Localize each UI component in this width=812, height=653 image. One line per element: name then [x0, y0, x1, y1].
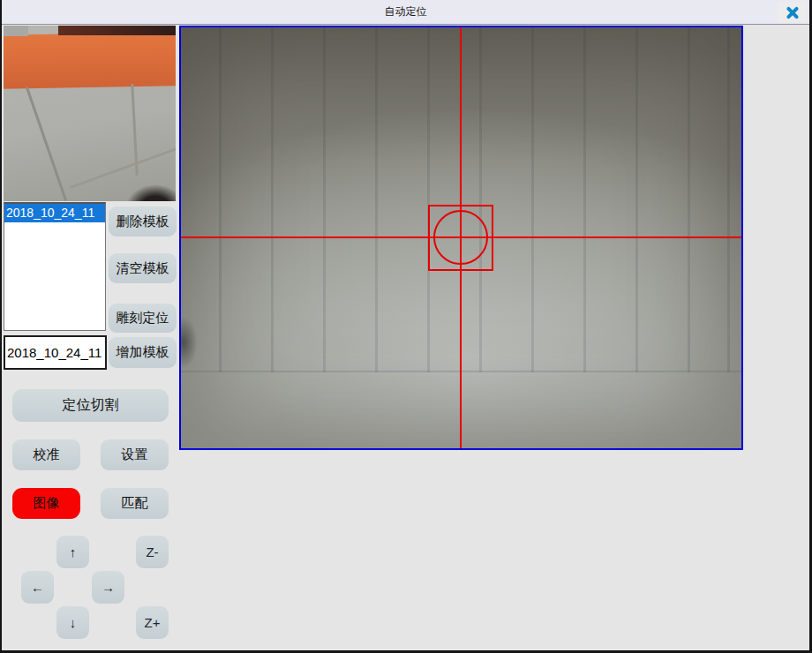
template-list-item-selected[interactable]: 2018_10_24_11: [4, 204, 105, 222]
close-icon: [786, 6, 799, 19]
jog-right-button[interactable]: →: [92, 571, 124, 604]
image-button-active[interactable]: 图像: [12, 488, 80, 519]
target-circle-overlay: [433, 210, 488, 265]
settings-button[interactable]: 设置: [101, 439, 169, 470]
add-template-button[interactable]: 增加模板: [109, 337, 177, 368]
template-list[interactable]: 2018_10_24_11: [4, 202, 106, 331]
thumbnail-dark-bar: [58, 26, 176, 35]
template-thumbnail: [4, 26, 176, 201]
thumbnail-orange-beam: [4, 32, 176, 89]
clear-templates-button[interactable]: 清空模板: [109, 253, 177, 283]
engrave-position-button[interactable]: 雕刻定位: [109, 304, 177, 333]
match-button[interactable]: 匹配: [101, 488, 169, 519]
camera-shadow-smudge: [181, 308, 202, 377]
position-cut-button[interactable]: 定位切割: [12, 389, 169, 422]
thumbnail-tile-line: [26, 86, 67, 201]
jog-z-minus-button[interactable]: Z-: [136, 536, 169, 568]
template-name-input[interactable]: [4, 335, 107, 370]
delete-template-button[interactable]: 删除模板: [109, 206, 177, 236]
jog-left-button[interactable]: ←: [21, 571, 54, 604]
title-bar: 自动定位: [2, 0, 809, 25]
jog-up-button[interactable]: ↑: [56, 536, 89, 568]
thumbnail-detail: [4, 26, 28, 36]
jog-down-button[interactable]: ↓: [56, 606, 89, 639]
dialog-title: 自动定位: [385, 4, 427, 19]
jog-z-plus-button[interactable]: Z+: [136, 606, 169, 639]
close-button[interactable]: [778, 3, 806, 22]
calibrate-button[interactable]: 校准: [12, 439, 80, 470]
camera-view[interactable]: [179, 26, 743, 450]
camera-image: [181, 27, 741, 448]
auto-position-dialog: 自动定位 2018_10_24_11 删除模板 清空模板 雕刻定位 增加模板 定…: [0, 0, 812, 653]
thumbnail-dark-object: [115, 176, 176, 201]
